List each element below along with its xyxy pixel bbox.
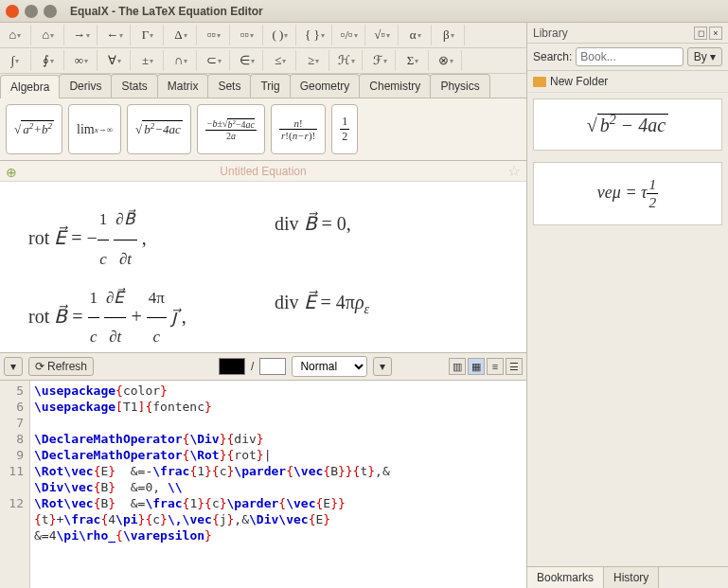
library-title: Library	[533, 27, 568, 40]
symbol-button[interactable]: ⊗▾	[435, 50, 457, 71]
view-list-icon[interactable]: ≡	[487, 358, 504, 375]
symbol-button[interactable]: ∫▾	[4, 50, 27, 71]
tab-chemistry[interactable]: Chemistry	[359, 74, 431, 98]
library-preview-2[interactable]: νeμ = τ12	[533, 162, 722, 225]
symbol-button[interactable]: β▾	[437, 25, 460, 45]
symbol-button[interactable]: ⌂▾	[4, 25, 27, 45]
close-panel-icon[interactable]: ×	[709, 27, 722, 40]
symbol-button[interactable]: ▫▫▾	[203, 25, 225, 45]
tab-stats[interactable]: Stats	[111, 74, 157, 98]
mode-down-button[interactable]: ▾	[373, 357, 392, 376]
library-folder[interactable]: New Folder	[527, 71, 728, 93]
template-button[interactable]: √b2−4ac	[127, 104, 191, 154]
category-tabs: AlgebraDerivsStatsMatrixSetsTrigGeometry…	[0, 74, 526, 98]
search-input[interactable]	[576, 47, 683, 66]
symbol-button[interactable]: ←▾	[103, 25, 126, 45]
symbol-button[interactable]: Γ▾	[136, 25, 159, 45]
titlebar: EqualX - The LaTeX Equation Editor	[0, 0, 728, 23]
favorite-star-icon[interactable]: ☆	[507, 162, 521, 180]
symbol-button[interactable]: { }▾	[302, 25, 328, 45]
detach-icon[interactable]: ◻	[694, 27, 707, 40]
code-content[interactable]: \usepackage{color}\usepackage[T1]{fonten…	[30, 381, 394, 588]
view-lines-icon[interactable]: ☰	[506, 358, 523, 375]
equation-preview: rot E⃗ = −1c ∂B⃗∂t ,div B⃗ = 0,rot B⃗ = …	[0, 182, 526, 352]
symbol-button[interactable]: ▫/▫▾	[338, 25, 361, 45]
tab-geometry[interactable]: Geometry	[290, 74, 361, 98]
symbol-button[interactable]: ℋ▾	[335, 50, 358, 71]
symbol-button[interactable]: ≤▾	[269, 50, 292, 71]
symbol-button[interactable]: ±▾	[136, 50, 159, 71]
symbol-button[interactable]: ▫▫▾	[236, 25, 258, 45]
template-button[interactable]: n!r!(n−r)!	[271, 104, 326, 154]
symbol-button[interactable]: ∈▾	[236, 50, 258, 71]
render-bar: ▾ ⟳ Refresh / Normal ▾ ▥ ▦ ≡ ☰	[0, 352, 526, 381]
symbol-button[interactable]: ∮▾	[37, 50, 60, 71]
equation-header: ⊕ Untitled Equation ☆	[0, 161, 526, 182]
tab-algebra[interactable]: Algebra	[0, 75, 60, 98]
line-gutter: 5678911 12	[0, 381, 30, 588]
symbol-button[interactable]: ∩▾	[169, 50, 192, 71]
symbol-button[interactable]: Δ▾	[169, 25, 192, 45]
close-icon[interactable]	[6, 5, 19, 18]
view-grid-icon[interactable]: ▦	[468, 358, 485, 375]
symbol-button[interactable]: ≥▾	[302, 50, 325, 71]
add-equation-icon[interactable]: ⊕	[6, 165, 19, 178]
template-button[interactable]: −b±√b2−4ac2a	[197, 104, 265, 154]
symbol-button[interactable]: α▾	[404, 25, 427, 45]
library-tabs: BookmarksHistory	[527, 566, 728, 588]
render-mode-select[interactable]: Normal	[292, 356, 367, 377]
lib-tab-history[interactable]: History	[604, 567, 659, 588]
folder-icon	[533, 77, 546, 87]
symbol-button[interactable]: ∀▾	[103, 50, 126, 71]
template-button[interactable]: √a2+b2	[6, 104, 62, 154]
symbol-button[interactable]: Σ▾	[401, 50, 424, 71]
refresh-button[interactable]: ⟳ Refresh	[28, 357, 94, 376]
symbol-button[interactable]: √▫▾	[371, 25, 394, 45]
tab-physics[interactable]: Physics	[430, 74, 489, 98]
template-button[interactable]: 12	[331, 104, 358, 154]
symbol-button[interactable]: ( )▾	[269, 25, 292, 45]
symbol-button[interactable]: ⌂▾	[37, 25, 60, 45]
symbol-button[interactable]: ⊂▾	[203, 50, 225, 71]
template-button[interactable]: limx→∞	[68, 104, 121, 154]
bg-color-swatch[interactable]	[259, 358, 286, 375]
symbol-button[interactable]: ∞▾	[70, 50, 93, 71]
tab-sets[interactable]: Sets	[207, 74, 251, 98]
symbol-button[interactable]: ℱ▾	[368, 50, 391, 71]
view-split-icon[interactable]: ▥	[449, 358, 466, 375]
template-row: √a2+b2limx→∞√b2−4ac−b±√b2−4ac2an!r!(n−r)…	[0, 98, 526, 161]
tab-matrix[interactable]: Matrix	[157, 74, 209, 98]
maximize-icon[interactable]	[44, 5, 57, 18]
tab-derivs[interactable]: Derivs	[59, 74, 112, 98]
equation-title: Untitled Equation	[19, 165, 507, 178]
search-by-button[interactable]: By ▾	[687, 47, 722, 66]
symbol-button[interactable]: →▾	[70, 25, 93, 45]
dropdown-button[interactable]: ▾	[4, 357, 23, 376]
tab-trig[interactable]: Trig	[250, 74, 290, 98]
fg-color-swatch[interactable]	[219, 358, 245, 375]
window-title: EqualX - The LaTeX Equation Editor	[70, 5, 263, 18]
code-editor[interactable]: 5678911 12 \usepackage{color}\usepackage…	[0, 381, 526, 588]
search-label: Search:	[533, 50, 572, 63]
library-preview-1[interactable]: √b2 − 4ac	[533, 98, 722, 151]
library-panel: Library ◻ × Search: By ▾ New Folder √b2 …	[526, 23, 728, 588]
minimize-icon[interactable]	[25, 5, 38, 18]
lib-tab-bookmarks[interactable]: Bookmarks	[527, 567, 604, 588]
